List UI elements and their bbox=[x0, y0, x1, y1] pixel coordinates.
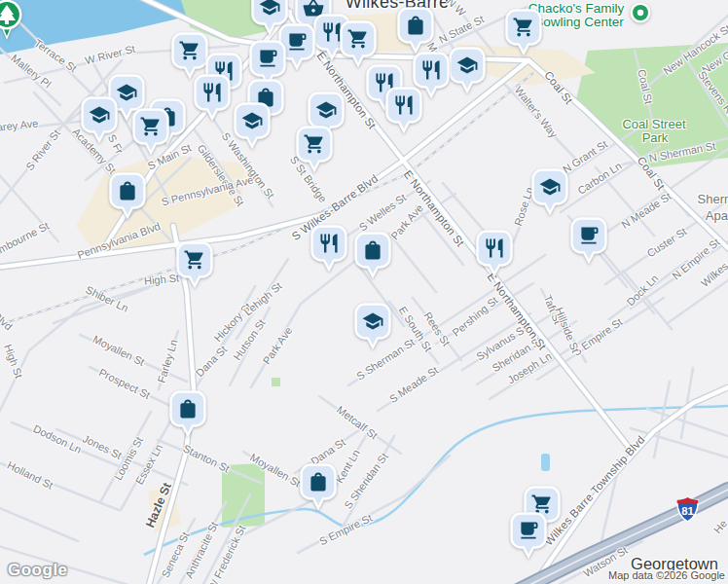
map-canvas[interactable]: Wilkes-BarreGeorgetownChacko's FamilyBow… bbox=[0, 0, 728, 584]
pond bbox=[541, 454, 550, 471]
poi-marker-restaurant[interactable] bbox=[384, 86, 423, 134]
poi-marker-cart[interactable] bbox=[504, 8, 543, 56]
poi-marker-bag[interactable] bbox=[396, 6, 435, 55]
poi-marker-bag[interactable] bbox=[168, 389, 207, 438]
poi-marker-cafe[interactable] bbox=[509, 511, 548, 560]
google-logo[interactable]: Google bbox=[8, 561, 68, 580]
poi-marker-cart[interactable] bbox=[339, 19, 378, 68]
poi-marker-park-tree[interactable] bbox=[0, 0, 23, 41]
route-number: 81 bbox=[681, 505, 694, 517]
poi-marker-restaurant[interactable] bbox=[193, 73, 232, 122]
poi-marker-cart[interactable] bbox=[175, 240, 214, 289]
poi-marker-cart[interactable] bbox=[131, 107, 170, 156]
poi-marker-bag[interactable] bbox=[299, 462, 338, 511]
interstate-81-shield: 81 bbox=[675, 496, 700, 523]
poi-marker-cart[interactable] bbox=[295, 125, 334, 173]
coal-street-park-green bbox=[576, 43, 728, 167]
poi-marker-school[interactable] bbox=[353, 302, 392, 350]
poi-marker-school[interactable] bbox=[233, 101, 272, 150]
poi-marker-place-dot[interactable] bbox=[629, 1, 652, 24]
poi-marker-bag[interactable] bbox=[108, 171, 147, 220]
poi-marker-cafe[interactable] bbox=[569, 216, 608, 265]
poi-marker-restaurant[interactable] bbox=[309, 224, 348, 273]
map-attribution: Map data ©2026 Google bbox=[608, 569, 725, 581]
poi-marker-school[interactable] bbox=[80, 95, 119, 144]
poi-marker-school[interactable] bbox=[530, 167, 569, 216]
tiny-green bbox=[272, 378, 280, 386]
poi-marker-school[interactable] bbox=[448, 46, 487, 94]
poi-marker-restaurant[interactable] bbox=[475, 229, 514, 277]
poi-marker-bag[interactable] bbox=[353, 231, 392, 279]
